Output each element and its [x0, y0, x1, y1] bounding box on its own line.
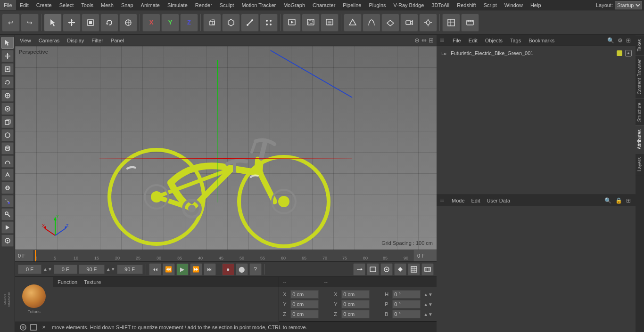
tab-attributes[interactable]: Attributes — [636, 125, 644, 153]
tab-takes[interactable]: Takes — [636, 35, 644, 55]
go-end-button[interactable]: ⏭ — [204, 263, 216, 275]
loop-btn[interactable] — [367, 263, 379, 275]
material-function-menu[interactable]: Function — [57, 279, 78, 285]
timeline[interactable]: 0 F 0 5 10 15 20 25 30 35 40 45 50 55 60… — [15, 250, 437, 262]
viewport-panel-menu[interactable]: Panel — [109, 38, 126, 43]
timeline-ruler[interactable]: 0 5 10 15 20 25 30 35 40 45 50 55 60 65 … — [34, 250, 413, 261]
cube-tool-btn[interactable] — [1, 116, 14, 128]
menu-select[interactable]: Select — [56, 0, 78, 10]
start-frame-input[interactable] — [54, 265, 77, 274]
rotate-button[interactable] — [100, 14, 118, 32]
objects-settings-icon[interactable]: ⚙ — [617, 37, 624, 44]
snap-tool-btn[interactable] — [1, 235, 14, 247]
menu-vray[interactable]: V-Ray Bridge — [390, 0, 428, 10]
object-visibility-icon[interactable]: ● — [625, 50, 632, 57]
floor-button[interactable] — [381, 14, 399, 32]
transform-tool-btn[interactable] — [1, 89, 14, 102]
undo-button[interactable]: ↩ — [2, 14, 20, 32]
move-button[interactable] — [63, 14, 81, 32]
attr-edit-menu[interactable]: Edit — [471, 198, 481, 203]
z-rot-input[interactable] — [341, 310, 370, 318]
keyframe-btn[interactable] — [394, 263, 406, 275]
h-input[interactable] — [392, 290, 421, 299]
z-pos-input[interactable] — [290, 310, 319, 318]
menu-character[interactable]: Character — [309, 0, 339, 10]
attr-expand-icon[interactable]: ⊞ — [625, 197, 632, 204]
menu-redshift[interactable]: Redshift — [453, 0, 479, 10]
sculpt-tool-btn[interactable] — [1, 208, 14, 220]
render-region-button[interactable] — [302, 14, 320, 32]
object-item-bike[interactable]: Lo Futuristic_Electric_Bike_Green_001 ● — [438, 48, 634, 58]
cinema-button[interactable] — [461, 14, 479, 32]
camera-button[interactable] — [400, 14, 418, 32]
objects-bookmarks-menu[interactable]: Bookmarks — [528, 38, 555, 43]
viewport-display-menu[interactable]: Display — [65, 38, 86, 43]
polygon-mode-button[interactable] — [222, 14, 240, 32]
menu-sculpt[interactable]: Sculpt — [216, 0, 238, 10]
tab-structure[interactable]: Structure — [636, 98, 644, 126]
motion-btn[interactable] — [353, 263, 365, 275]
status-icon-2[interactable] — [29, 323, 38, 332]
p-input[interactable] — [392, 300, 421, 308]
step-forward-button[interactable]: ⏩ — [190, 263, 202, 275]
menu-mograph[interactable]: MoGraph — [280, 0, 309, 10]
playhead[interactable] — [35, 250, 36, 261]
more-btn[interactable] — [408, 263, 420, 275]
menu-help[interactable]: Help — [527, 0, 545, 10]
render-button[interactable] — [283, 14, 301, 32]
key-help-button[interactable]: ? — [249, 263, 262, 275]
y-axis-button[interactable]: Y — [161, 14, 179, 32]
pen-tool-btn[interactable] — [1, 169, 14, 181]
x-pos-input[interactable] — [290, 290, 319, 299]
texture-tool-btn[interactable] — [1, 182, 14, 194]
play-button[interactable]: ▶ — [176, 263, 189, 275]
animation-tool-btn[interactable] — [1, 221, 14, 234]
end-frame-input[interactable] — [79, 265, 105, 274]
redo-button[interactable]: ↪ — [21, 14, 39, 32]
z-axis-button[interactable]: Z — [180, 14, 198, 32]
menu-create[interactable]: Create — [33, 0, 56, 10]
film-btn[interactable] — [421, 263, 434, 275]
objects-search-icon[interactable]: 🔍 — [606, 37, 615, 44]
current-frame-input[interactable] — [18, 265, 41, 274]
transform-button[interactable] — [119, 14, 137, 32]
x-axis-button[interactable]: X — [142, 14, 160, 32]
paint-tool-btn[interactable] — [1, 195, 14, 207]
viewport-canvas[interactable]: Perspective — [15, 46, 437, 250]
edge-mode-button[interactable] — [241, 14, 259, 32]
move-tool-btn[interactable] — [1, 50, 14, 62]
objects-file-menu[interactable]: File — [452, 38, 462, 43]
select-button[interactable] — [44, 14, 62, 32]
attr-mode-menu[interactable]: Mode — [451, 198, 466, 203]
menu-snap[interactable]: Snap — [117, 0, 137, 10]
objects-edit-menu[interactable]: Edit — [468, 38, 479, 43]
material-texture-menu[interactable]: Texture — [83, 279, 102, 285]
attr-search-icon[interactable]: 🔍 — [603, 197, 612, 204]
end-frame-input2[interactable] — [117, 265, 143, 274]
scale-tool-btn[interactable] — [1, 63, 14, 75]
menu-simulate[interactable]: Simulate — [164, 0, 191, 10]
menu-mesh[interactable]: Mesh — [97, 0, 117, 10]
point-mode-button[interactable] — [260, 14, 278, 32]
x-rot-input[interactable] — [341, 290, 370, 299]
grid-button[interactable] — [442, 14, 460, 32]
null-btn[interactable] — [1, 103, 14, 115]
menu-edit[interactable]: Edit — [16, 0, 33, 10]
go-start-button[interactable]: ⏮ — [149, 263, 161, 275]
record-button[interactable]: ● — [222, 263, 234, 275]
nurbs-button[interactable] — [363, 14, 380, 32]
rotate-tool-btn[interactable] — [1, 76, 14, 89]
menu-plugins[interactable]: Plugins — [365, 0, 389, 10]
object-color-swatch[interactable] — [617, 50, 622, 56]
y-pos-input[interactable] — [290, 300, 319, 308]
tab-content-browser[interactable]: Content Browser — [636, 55, 644, 98]
light-button[interactable] — [419, 14, 437, 32]
viewport-filter-menu[interactable]: Filter — [90, 38, 105, 43]
status-icon-3[interactable]: × — [40, 323, 48, 332]
attr-userdata-menu[interactable]: User Data — [486, 198, 512, 203]
menu-render[interactable]: Render — [191, 0, 216, 10]
render-settings-button[interactable] — [321, 14, 339, 32]
menu-tools[interactable]: Tools — [77, 0, 97, 10]
b-input[interactable] — [392, 310, 421, 318]
menu-motion-tracker[interactable]: Motion Tracker — [238, 0, 280, 10]
